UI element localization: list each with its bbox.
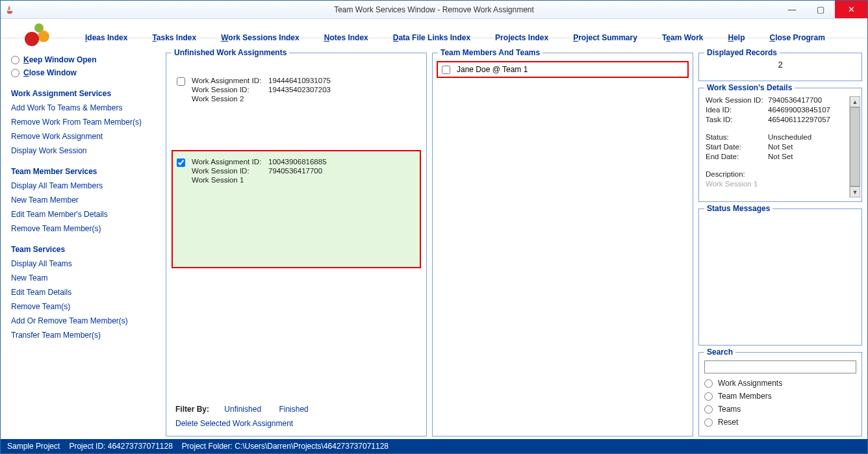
close-button[interactable]: ✕ [835, 1, 867, 18]
search-teams-radio[interactable] [704, 405, 713, 414]
delete-selected-work-assignment[interactable]: Delete Selected Work Assignment [175, 419, 421, 428]
titlebar: Team Work Services Window - Remove Work … [1, 1, 867, 19]
wa-id-label: Work Assignment ID: [192, 158, 268, 166]
link-display-all-team-members[interactable]: Display All Team Members [11, 181, 160, 190]
wa-id-value: 194446410931075 [268, 77, 331, 84]
team-services-heading: Team Services [11, 245, 160, 254]
menu-data-file-links-index[interactable]: Data File Links Index [393, 33, 470, 42]
search-team-members-label: Team Members [718, 392, 772, 401]
assignment-fields: Work Assignment ID:194446410931075 Work … [192, 77, 331, 104]
filter-finished[interactable]: Finished [279, 405, 308, 414]
search-team-members-radio[interactable] [704, 392, 713, 401]
details-panel: Work Session's Details Work Session ID:7… [698, 88, 862, 202]
assignment-card[interactable]: Work Assignment ID:194446410931075 Work … [172, 62, 421, 150]
search-panel: Search Work Assignments Team Members Tea… [698, 352, 862, 436]
link-remove-team-members[interactable]: Remove Team Member(s) [11, 224, 160, 233]
link-transfer-team-members[interactable]: Transfer Team Member(s) [11, 331, 160, 340]
d-ws-name: Work Session 1 [706, 180, 758, 188]
maximize-button[interactable]: ▢ [806, 1, 835, 18]
scroll-thumb[interactable] [850, 107, 860, 186]
d-ws-id-lbl: Work Session ID: [706, 96, 768, 104]
d-start-lbl: Start Date: [706, 143, 768, 151]
search-work-assignments-label: Work Assignments [718, 379, 782, 388]
filter-unfinished[interactable]: Unfinished [224, 405, 261, 414]
d-status-lbl: Status: [706, 133, 768, 141]
displayed-records-title: Displayed Records [704, 48, 780, 57]
members-column: Team Members And Teams Jane Doe @ Team 1 [432, 53, 693, 436]
assignments-panel-title: Unfinished Work Assignments [172, 48, 289, 57]
keep-window-open-label: Keep Window Open [23, 55, 97, 64]
d-ws-id: 7940536417700 [768, 96, 822, 104]
window-buttons: — ▢ ✕ [778, 1, 867, 18]
search-teams-label: Teams [718, 405, 741, 414]
svg-point-2 [25, 32, 39, 46]
d-idea-lbl: Idea ID: [706, 106, 768, 114]
minimize-button[interactable]: — [778, 1, 806, 18]
status-messages-title: Status Messages [704, 204, 772, 213]
filter-by-label: Filter By: [175, 405, 209, 414]
link-new-team[interactable]: New Team [11, 273, 160, 283]
details-scrollbar[interactable]: ▲ ▼ [849, 96, 860, 197]
scroll-up-icon[interactable]: ▲ [850, 96, 860, 107]
link-display-work-session[interactable]: Display Work Session [11, 146, 160, 155]
assignment-checkbox[interactable] [177, 158, 185, 167]
menu-ideas-index[interactable]: Ideas Index [85, 33, 127, 42]
d-task-lbl: Task ID: [706, 116, 768, 123]
assignment-checkbox[interactable] [177, 77, 185, 86]
menu-tasks-index[interactable]: Tasks Index [152, 33, 196, 42]
link-remove-teams[interactable]: Remove Team(s) [11, 302, 160, 311]
window-title: Team Work Services Window - Remove Work … [1, 5, 867, 14]
assignment-card-selected[interactable]: Work Assignment ID:10043906816885 Work S… [172, 150, 421, 268]
ws-id-label: Work Session ID: [192, 167, 268, 175]
app-window: Team Work Services Window - Remove Work … [0, 0, 868, 454]
menubar: Ideas Index Tasks Index Work Sessions In… [1, 19, 867, 38]
details-panel-title: Work Session's Details [704, 83, 795, 92]
menu-help[interactable]: Help [728, 33, 745, 42]
menu-close-program[interactable]: Close Program [770, 33, 825, 42]
members-panel-title: Team Members And Teams [438, 48, 542, 57]
d-desc-lbl: Description: [706, 170, 768, 178]
member-checkbox[interactable] [442, 66, 450, 74]
menu-projects-index[interactable]: Projects Index [495, 33, 548, 42]
content-area: Keep Window Open Close Window Work Assig… [1, 47, 867, 439]
link-new-team-member[interactable]: New Team Member [11, 195, 160, 205]
d-status: Unscheduled [768, 133, 811, 141]
d-start: Not Set [768, 143, 793, 151]
status-project-folder: Project Folder: C:\Users\Darren\Projects… [182, 442, 389, 451]
status-project: Sample Project [7, 442, 60, 451]
search-work-assignments-radio[interactable] [704, 379, 713, 388]
sidebar: Keep Window Open Close Window Work Assig… [6, 53, 160, 436]
details-body: Work Session ID:7940536417700 Idea ID:46… [706, 96, 849, 197]
link-add-remove-team-members[interactable]: Add Or Remove Team Member(s) [11, 316, 160, 325]
ws-id-value: 194435402307203 [268, 86, 331, 94]
app-logo [3, 17, 68, 53]
link-edit-team-member-details[interactable]: Edit Team Member's Details [11, 210, 160, 219]
displayed-records-panel: Displayed Records 2 [698, 53, 862, 81]
link-display-all-teams[interactable]: Display All Teams [11, 259, 160, 268]
team-member-services-heading: Team Member Services [11, 167, 160, 176]
search-panel-title: Search [704, 347, 735, 357]
assignment-fields: Work Assignment ID:10043906816885 Work S… [192, 158, 327, 185]
search-input[interactable] [704, 360, 856, 373]
menu-work-sessions-index[interactable]: Work Sessions Index [221, 33, 300, 42]
keep-window-open-radio[interactable] [11, 56, 19, 64]
menu-notes-index[interactable]: Notes Index [324, 33, 368, 42]
search-reset-radio[interactable] [704, 418, 713, 427]
assignments-column: Unfinished Work Assignments Work Assignm… [166, 53, 427, 436]
menu-team-work[interactable]: Team Work [662, 33, 704, 42]
scroll-down-icon[interactable]: ▼ [850, 186, 860, 197]
member-row[interactable]: Jane Doe @ Team 1 [437, 61, 689, 78]
menu-project-summary[interactable]: Project Summary [573, 33, 637, 42]
d-idea-id: 464699003845107 [768, 106, 830, 114]
d-end: Not Set [768, 153, 793, 160]
link-remove-work-assignment[interactable]: Remove Work Assignment [11, 132, 160, 141]
link-remove-work-from-members[interactable]: Remove Work From Team Member(s) [11, 118, 160, 127]
wa-id-label: Work Assignment ID: [192, 77, 268, 84]
status-project-id: Project ID: 464273737071128 [69, 442, 172, 451]
ws-id-value: 7940536417700 [268, 167, 322, 175]
close-window-radio[interactable] [11, 69, 19, 77]
d-end-lbl: End Date: [706, 153, 768, 160]
link-edit-team-details[interactable]: Edit Team Details [11, 288, 160, 297]
link-add-work-to-teams[interactable]: Add Work To Teams & Members [11, 103, 160, 112]
close-window-label: Close Window [23, 68, 77, 77]
